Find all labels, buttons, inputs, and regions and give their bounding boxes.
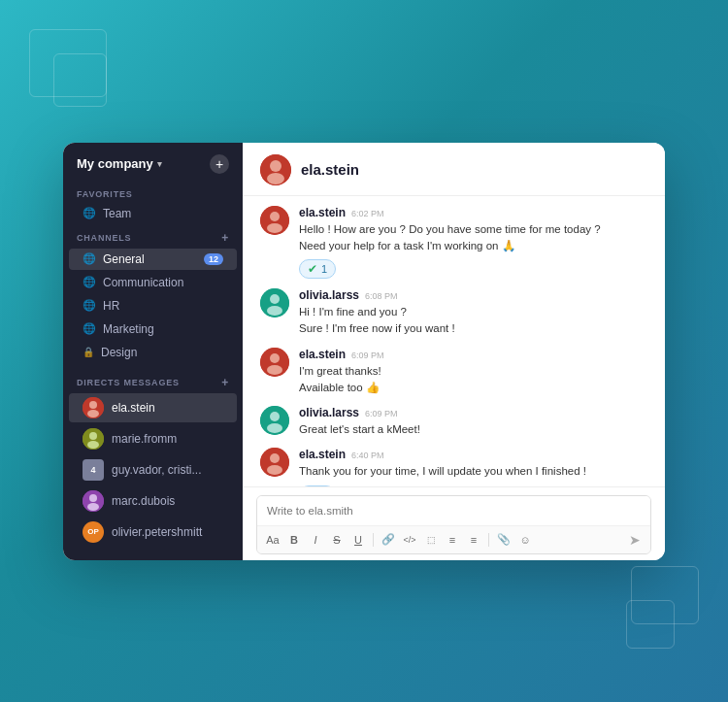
strikethrough-button[interactable]: S xyxy=(327,530,347,550)
message-4: olivia.larss 6:09 PM Great let's start a… xyxy=(260,406,647,438)
chat-messages: ela.stein 6:02 PM Hello ! How are you ? … xyxy=(243,196,665,486)
code-button[interactable]: </> xyxy=(400,530,419,550)
svg-point-26 xyxy=(267,465,282,475)
sidebar-dm-marc-dubois[interactable]: marc.dubois xyxy=(69,486,237,516)
list-bullet-button[interactable]: ≡ xyxy=(443,530,462,550)
avatar-group: 4 xyxy=(83,459,104,481)
message-time: 6:08 PM xyxy=(365,291,398,301)
composer-input[interactable] xyxy=(257,496,650,525)
list-ordered-button[interactable]: ≡ xyxy=(464,530,483,550)
message-text: Great let's start a kMeet! xyxy=(299,421,647,438)
message-author: ela.stein xyxy=(299,448,346,461)
sidebar-item-hr[interactable]: 🌐 HR xyxy=(69,295,237,317)
message-time: 6:40 PM xyxy=(351,451,384,460)
workspace-title[interactable]: My company ▾ xyxy=(77,156,162,171)
avatar: OP xyxy=(83,521,104,543)
chat-area: ela.stein ela.stein 6:02 PM xyxy=(243,143,665,560)
message-text: Hello ! How are you ? Do you have some t… xyxy=(299,221,647,255)
dm-user-name: ela.stein xyxy=(112,401,155,415)
font-aa-button[interactable]: Aa xyxy=(263,530,282,550)
message-avatar xyxy=(260,288,289,318)
bg-decoration-2 xyxy=(53,53,107,107)
unread-badge: 12 xyxy=(204,253,223,265)
chat-composer: Aa B I S U 🔗 </> ⬚ ≡ ≡ 📎 ☺ ➤ xyxy=(243,486,665,560)
svg-point-25 xyxy=(270,453,280,463)
message-1: ela.stein 6:02 PM Hello ! How are you ? … xyxy=(260,206,647,280)
svg-point-14 xyxy=(267,223,282,233)
workspace-chevron-icon: ▾ xyxy=(157,159,162,169)
message-content: ela.stein 6:40 PM Thank you for your tim… xyxy=(299,448,647,485)
sidebar-item-label: Communication xyxy=(103,276,183,289)
message-meta: ela.stein 6:02 PM xyxy=(299,206,647,219)
globe-icon: 🌐 xyxy=(83,276,96,288)
bg-decoration-3 xyxy=(631,566,699,624)
sidebar-dm-group[interactable]: 4 guy.vador, cristi... xyxy=(69,455,237,485)
message-reaction[interactable]: ✔ 1 xyxy=(299,259,336,279)
bg-decoration-4 xyxy=(626,600,675,649)
composer-input-wrap: Aa B I S U 🔗 </> ⬚ ≡ ≡ 📎 ☺ ➤ xyxy=(256,495,651,554)
sidebar-dm-marie-fromm[interactable]: marie.fromm xyxy=(69,424,237,453)
code-block-button[interactable]: ⬚ xyxy=(421,530,441,550)
message-content: ela.stein 6:02 PM Hello ! How are you ? … xyxy=(299,206,647,280)
sidebar-item-design[interactable]: 🔒 Design xyxy=(69,342,237,363)
add-channel-button[interactable]: + xyxy=(210,154,229,174)
sidebar-header: My company ▾ + xyxy=(63,143,243,184)
sidebar-item-marketing[interactable]: 🌐 Marketing xyxy=(69,318,237,340)
message-author: ela.stein xyxy=(299,348,346,361)
bold-button[interactable]: B xyxy=(284,530,304,550)
send-button[interactable]: ➤ xyxy=(625,530,645,550)
emoji-button[interactable]: ☺ xyxy=(515,530,535,550)
message-avatar xyxy=(260,206,289,235)
add-dm-icon[interactable]: + xyxy=(221,376,229,389)
sidebar-dm-olivier[interactable]: OP olivier.petershmitt xyxy=(69,518,237,547)
add-channel-icon[interactable]: + xyxy=(221,231,229,245)
message-content: olivia.larss 6:08 PM Hi ! I'm fine and y… xyxy=(299,288,647,338)
toolbar-divider-2 xyxy=(488,533,489,547)
message-content: ela.stein 6:09 PM I'm great thanks! Avai… xyxy=(299,348,647,397)
svg-point-5 xyxy=(87,441,99,449)
message-time: 6:09 PM xyxy=(365,409,398,418)
dm-user-name: marie.fromm xyxy=(112,432,177,446)
message-time: 6:02 PM xyxy=(351,209,384,218)
attachment-button[interactable]: 📎 xyxy=(494,530,513,550)
message-2: olivia.larss 6:08 PM Hi ! I'm fine and y… xyxy=(260,288,647,338)
svg-point-22 xyxy=(270,412,280,421)
channels-section-label: CHANNELS + xyxy=(63,225,243,248)
svg-point-4 xyxy=(89,432,97,440)
globe-icon: 🌐 xyxy=(83,207,96,219)
svg-point-7 xyxy=(89,494,97,502)
workspace-name: My company xyxy=(77,156,153,171)
sidebar-item-label: HR xyxy=(103,299,119,313)
dm-user-name: marc.dubois xyxy=(112,494,175,508)
sidebar-item-label: Marketing xyxy=(103,322,154,336)
sidebar-item-communication[interactable]: 🌐 Communication xyxy=(69,272,237,293)
toolbar-divider xyxy=(373,533,374,547)
message-3: ela.stein 6:09 PM I'm great thanks! Avai… xyxy=(260,348,647,397)
message-meta: ela.stein 6:09 PM xyxy=(299,348,647,361)
sidebar-item-label: General xyxy=(103,252,145,266)
sidebar-dm-ela-stein[interactable]: ela.stein xyxy=(69,393,237,422)
message-time: 6:09 PM xyxy=(351,351,384,360)
checkmark-icon: ✔ xyxy=(308,262,317,276)
svg-point-11 xyxy=(267,173,284,184)
link-button[interactable]: 🔗 xyxy=(379,530,398,550)
chat-header: ela.stein xyxy=(243,143,665,196)
message-meta: ela.stein 6:40 PM xyxy=(299,448,647,461)
reaction-count: 1 xyxy=(321,263,327,275)
underline-button[interactable]: U xyxy=(348,530,368,550)
svg-point-8 xyxy=(87,503,99,511)
message-avatar xyxy=(260,348,289,377)
svg-point-13 xyxy=(270,212,280,221)
bg-decoration-1 xyxy=(29,29,107,97)
message-author: ela.stein xyxy=(299,206,346,219)
svg-point-10 xyxy=(270,160,281,172)
message-meta: olivia.larss 6:09 PM xyxy=(299,406,647,419)
italic-button[interactable]: I xyxy=(306,530,325,550)
favorites-section-label: FAVORITES xyxy=(63,184,243,202)
svg-point-2 xyxy=(87,410,99,418)
sidebar-item-team[interactable]: 🌐 Team xyxy=(69,203,237,224)
chat-header-avatar xyxy=(260,154,291,185)
composer-toolbar: Aa B I S U 🔗 </> ⬚ ≡ ≡ 📎 ☺ ➤ xyxy=(257,525,650,553)
svg-point-20 xyxy=(267,365,282,375)
sidebar-item-general[interactable]: 🌐 General 12 xyxy=(69,249,237,270)
